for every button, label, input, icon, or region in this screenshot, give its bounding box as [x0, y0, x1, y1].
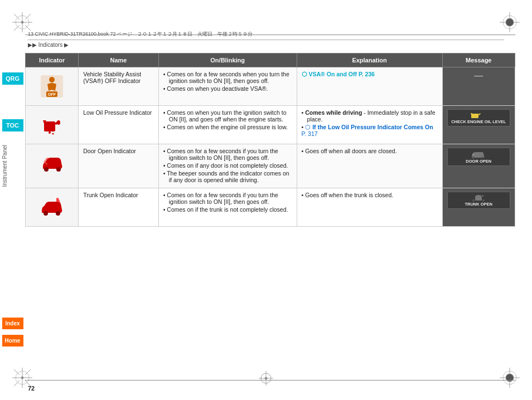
col-header-explanation: Explanation: [297, 53, 442, 67]
svg-point-31: [57, 120, 60, 125]
bottom-center-decoration: [258, 370, 274, 388]
indicator-icon-cell-vsa: OFF !: [26, 67, 79, 106]
trunk-open-icon: [30, 192, 74, 223]
col-header-indicator: Indicator: [26, 53, 79, 67]
svg-rect-42: [475, 197, 482, 201]
top-border-line: [25, 35, 515, 35]
svg-point-16: [21, 377, 23, 379]
svg-point-34: [44, 167, 49, 172]
svg-point-48: [265, 377, 267, 379]
oil-explanation-cell: Comes while driving - Immediately stop i…: [297, 106, 442, 144]
col-header-name: Name: [79, 53, 159, 67]
col-header-onblinking: On/Blinking: [158, 53, 297, 67]
oil-message-display: CHECK ENGINE OIL LEVEL: [447, 109, 510, 126]
vsa-explanation-cell: ⬡ VSA® On and Off P. 236: [297, 67, 442, 106]
table-row: Low Oil Pressure Indicator Comes on when…: [26, 106, 515, 144]
bottom-border-line: [25, 380, 515, 381]
trunk-message-cell: TRUNK OPEN: [442, 188, 515, 227]
door-open-icon: [30, 148, 74, 179]
oil-pressure-icon: [30, 109, 74, 140]
svg-text:!: !: [51, 81, 53, 86]
trunk-message-display: TRUNK OPEN: [447, 192, 510, 209]
trunk-explanation-cell: Goes off when the trunk is closed.: [297, 188, 442, 227]
corner-decoration-tr: [499, 11, 521, 33]
table-row: OFF ! Vehicle Stability Assist (VSA®) OF…: [26, 67, 515, 106]
side-nav: QRG TOC: [0, 72, 25, 131]
svg-point-40: [43, 211, 48, 216]
nav-qrg[interactable]: QRG: [2, 72, 23, 85]
nav-toc[interactable]: TOC: [2, 119, 23, 131]
top-bar: 13 CIVIC HYBRID-31TR26100.book 72 ページ ２０…: [28, 31, 504, 40]
breadcrumb: ▶▶ Indicators ▶: [28, 42, 69, 48]
trunk-name-cell: Trunk Open Indicator: [79, 188, 159, 227]
table-row: Door Open Indicator Comes on for a few s…: [26, 144, 515, 188]
vsa-message-cell: —: [442, 67, 515, 106]
main-content: Indicator Name On/Blinking Explanation M…: [25, 53, 515, 378]
trunk-onblinking-cell: Comes on for a few seconds if you turn t…: [158, 188, 297, 227]
door-message-cell: DOOR OPEN: [442, 144, 515, 188]
door-explanation-cell: Goes off when all doors are closed.: [297, 144, 442, 188]
svg-point-35: [56, 167, 61, 172]
indicator-table: Indicator Name On/Blinking Explanation M…: [25, 53, 515, 227]
svg-point-12: [506, 18, 514, 26]
vsa-name-cell: Vehicle Stability Assist (VSA®) OFF Indi…: [79, 67, 159, 106]
svg-text:OFF: OFF: [48, 92, 56, 96]
vsa-onblinking-cell: Comes on for a few seconds when you turn…: [158, 67, 297, 106]
nav-home[interactable]: Home: [2, 335, 23, 347]
oil-name-cell: Low Oil Pressure Indicator: [79, 106, 159, 144]
col-header-message: Message: [442, 53, 515, 67]
corner-decoration-tl: [11, 11, 33, 33]
svg-point-33: [52, 133, 54, 135]
door-onblinking-cell: Comes on for a few seconds if you turn t…: [158, 144, 297, 188]
nav-index[interactable]: Index: [2, 318, 23, 329]
oil-message-cell: CHECK ENGINE OIL LEVEL: [442, 106, 515, 144]
vsa-icon: OFF !: [30, 71, 74, 102]
indicator-icon-cell-trunk: [26, 188, 79, 227]
page-number: 72: [28, 385, 35, 392]
door-name-cell: Door Open Indicator: [79, 144, 159, 188]
door-message-display: DOOR OPEN: [447, 148, 510, 166]
svg-point-32: [49, 131, 51, 134]
svg-point-3: [21, 21, 23, 23]
svg-point-41: [56, 211, 60, 216]
table-row: Trunk Open Indicator Comes on for a few …: [26, 188, 515, 227]
indicator-icon-cell-door: [26, 144, 79, 188]
oil-onblinking-cell: Comes on when you turn the ignition swit…: [158, 106, 297, 144]
vertical-label: Instrument Panel: [2, 145, 8, 187]
indicator-icon-cell-oil: [26, 106, 79, 144]
